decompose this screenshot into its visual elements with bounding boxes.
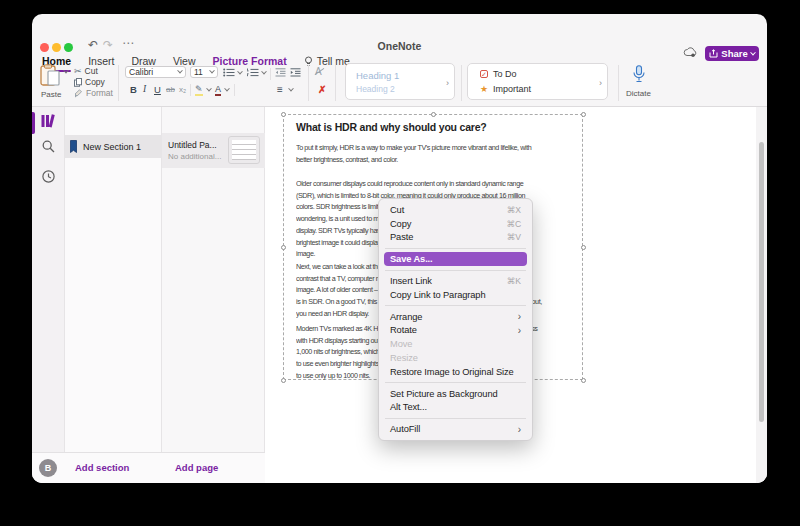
resize-handle-top-center[interactable] bbox=[431, 112, 436, 117]
search-icon[interactable] bbox=[42, 140, 55, 153]
notebooks-icon[interactable] bbox=[41, 114, 56, 128]
highlighter-chevron-icon[interactable] bbox=[206, 86, 212, 92]
italic-button[interactable]: I bbox=[143, 84, 146, 94]
underline-button[interactable]: U bbox=[154, 84, 161, 95]
resize-handle-bottom-left[interactable] bbox=[281, 378, 286, 383]
page-item-subtitle: No additional... bbox=[168, 152, 221, 161]
resize-handle-top-left[interactable] bbox=[281, 112, 286, 117]
page-item-title: Untitled Pa... bbox=[168, 140, 217, 150]
add-section-button[interactable]: Add section bbox=[75, 462, 129, 473]
ribbon: Paste ✂ Cut Copy Format Calibri 11 bbox=[32, 62, 767, 107]
paste-dropdown-chevron-icon[interactable] bbox=[63, 68, 69, 74]
paste-label: Paste bbox=[41, 90, 61, 99]
menu-item-save-as[interactable]: Save As... bbox=[384, 252, 527, 266]
todo-checkbox-icon: ✓ bbox=[480, 70, 488, 78]
menu-item-alt-text[interactable]: Alt Text... bbox=[379, 401, 532, 415]
screenshot-stage: ↶ ↷ ⋯ OneNote Home Insert Draw View Pict… bbox=[0, 0, 800, 526]
menu-item-copy[interactable]: Copy ⌘C bbox=[379, 217, 532, 231]
tag-important[interactable]: ★ Important bbox=[480, 84, 531, 94]
submenu-arrow-icon: › bbox=[518, 325, 521, 336]
menu-item-rotate[interactable]: Rotate › bbox=[379, 324, 532, 338]
menu-item-resize: Resize bbox=[379, 351, 532, 365]
scrollbar-gutter bbox=[756, 107, 767, 483]
font-name-select[interactable]: Calibri bbox=[125, 66, 186, 78]
sync-status-icon[interactable] bbox=[683, 47, 697, 58]
menu-item-paste[interactable]: Paste ⌘V bbox=[379, 231, 532, 245]
navigation-strip bbox=[32, 107, 65, 483]
resize-handle-bottom-right[interactable] bbox=[581, 378, 586, 383]
sections-list: New Section 1 bbox=[65, 107, 162, 483]
format-painter-icon bbox=[74, 89, 83, 98]
share-dropdown-chevron-icon bbox=[750, 49, 756, 55]
copy-icon bbox=[74, 78, 82, 87]
alignment-chevron-icon[interactable] bbox=[288, 86, 294, 92]
resize-handle-middle-right[interactable] bbox=[581, 245, 586, 250]
cut-button[interactable]: ✂ Cut bbox=[74, 66, 98, 76]
menu-item-copy-link-to-paragraph[interactable]: Copy Link to Paragraph bbox=[379, 288, 532, 302]
bullet-list-chevron-icon[interactable] bbox=[237, 69, 243, 75]
scissors-icon: ✂ bbox=[74, 66, 82, 76]
submenu-arrow-icon: › bbox=[518, 424, 521, 435]
section-icon bbox=[70, 140, 77, 153]
alignment-button[interactable]: ≡ bbox=[277, 84, 283, 95]
menu-item-cut[interactable]: Cut ⌘X bbox=[379, 203, 532, 217]
menu-item-insert-link[interactable]: Insert Link ⌘K bbox=[379, 274, 532, 288]
dictate-label: Dictate bbox=[626, 89, 651, 98]
tags-more-arrow-icon[interactable]: › bbox=[599, 78, 602, 88]
submenu-arrow-icon: › bbox=[518, 311, 521, 322]
account-avatar[interactable]: B bbox=[39, 459, 57, 477]
vertical-scrollbar[interactable] bbox=[759, 142, 764, 422]
menu-item-autofill[interactable]: AutoFill › bbox=[379, 422, 532, 436]
share-icon bbox=[709, 49, 718, 58]
menu-separator bbox=[385, 382, 526, 383]
highlighter-icon[interactable]: ✎ bbox=[195, 84, 203, 96]
menu-item-restore-image[interactable]: Restore Image to Original Size bbox=[379, 365, 532, 379]
paragraph-1: To put it simply, HDR is a way to make y… bbox=[296, 142, 574, 165]
delete-formatting-icon[interactable]: ✗ bbox=[318, 84, 326, 95]
font-color-button[interactable]: A bbox=[215, 84, 221, 96]
window-title: OneNote bbox=[32, 40, 767, 52]
sidebar-bottom-bar: B Add section Add page bbox=[32, 452, 265, 483]
style-heading2[interactable]: Heading 2 bbox=[356, 84, 395, 94]
menu-separator bbox=[385, 248, 526, 249]
decrease-indent-button[interactable] bbox=[275, 68, 286, 77]
note-heading: What is HDR and why should you care? bbox=[296, 121, 487, 133]
menu-separator bbox=[385, 418, 526, 419]
font-name-chevron-icon bbox=[177, 68, 183, 74]
add-page-button[interactable]: Add page bbox=[175, 462, 218, 473]
recent-notes-icon[interactable] bbox=[42, 170, 55, 183]
pages-list: Untitled Pa... No additional... bbox=[162, 107, 265, 483]
style-heading1[interactable]: Heading 1 bbox=[356, 70, 399, 81]
numbered-list-chevron-icon[interactable] bbox=[261, 69, 267, 75]
share-button[interactable]: Share bbox=[705, 46, 759, 61]
bullet-list-button[interactable] bbox=[223, 68, 235, 77]
menu-item-arrange[interactable]: Arrange › bbox=[379, 310, 532, 324]
tag-todo[interactable]: ✓ To Do bbox=[480, 69, 517, 79]
format-painter-button[interactable]: Format bbox=[74, 88, 113, 98]
menu-separator bbox=[385, 270, 526, 271]
menu-item-move: Move bbox=[379, 337, 532, 351]
onenote-window: ↶ ↷ ⋯ OneNote Home Insert Draw View Pict… bbox=[32, 14, 767, 483]
increase-indent-button[interactable] bbox=[290, 68, 301, 77]
styles-more-arrow-icon[interactable]: › bbox=[446, 78, 449, 88]
dictate-button[interactable] bbox=[632, 65, 646, 83]
strikethrough-button[interactable]: ab bbox=[166, 85, 175, 94]
subscript-button[interactable]: x₂ bbox=[179, 85, 186, 94]
resize-handle-top-right[interactable] bbox=[581, 112, 586, 117]
tags-gallery[interactable]: ✓ To Do ★ Important › bbox=[467, 63, 608, 100]
font-color-chevron-icon[interactable] bbox=[224, 86, 230, 92]
numbered-list-button[interactable] bbox=[247, 68, 259, 77]
paste-button[interactable] bbox=[40, 64, 62, 88]
copy-button[interactable]: Copy bbox=[74, 77, 105, 87]
menu-item-set-picture-as-background[interactable]: Set Picture as Background bbox=[379, 387, 532, 401]
menu-separator bbox=[385, 305, 526, 306]
resize-handle-middle-left[interactable] bbox=[281, 245, 286, 250]
page-item[interactable]: Untitled Pa... No additional... bbox=[162, 133, 265, 168]
important-star-icon: ★ bbox=[480, 84, 488, 94]
section-item[interactable]: New Section 1 bbox=[65, 135, 162, 158]
bold-button[interactable]: B bbox=[130, 84, 137, 95]
styles-gallery[interactable]: Heading 1 Heading 2 › bbox=[345, 63, 455, 100]
font-size-select[interactable]: 11 bbox=[190, 66, 218, 78]
page-thumbnail bbox=[228, 136, 260, 164]
active-nav-indicator bbox=[32, 112, 35, 134]
